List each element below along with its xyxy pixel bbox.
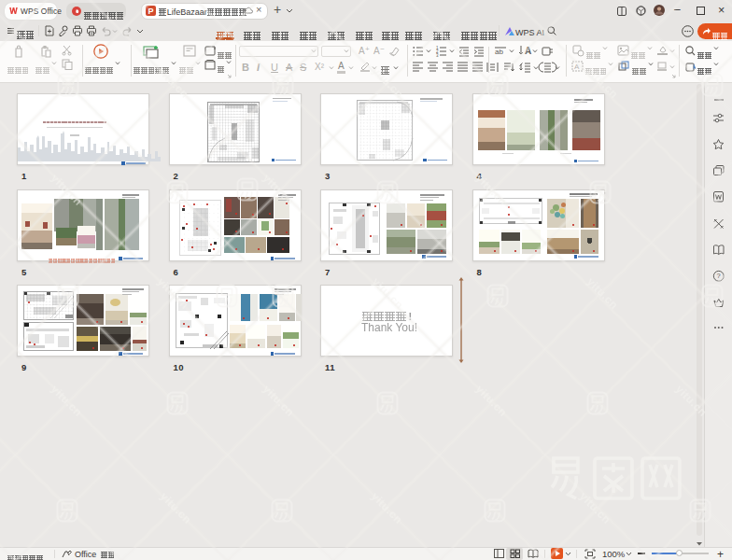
svg-text:P: P bbox=[148, 7, 153, 16]
svg-text:A: A bbox=[574, 63, 580, 71]
svg-text:?: ? bbox=[717, 272, 721, 280]
svg-text:ab: ab bbox=[495, 48, 503, 56]
svg-text:A: A bbox=[525, 46, 531, 56]
